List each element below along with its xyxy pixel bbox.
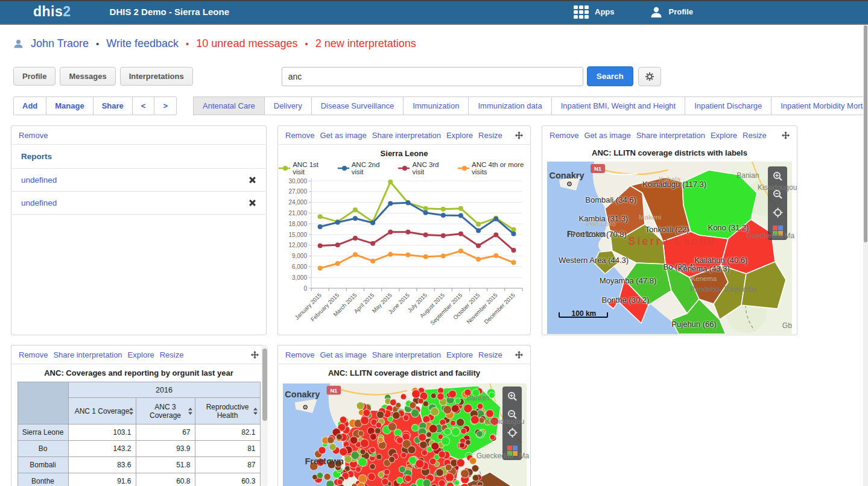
- messages-button[interactable]: Messages: [60, 67, 115, 86]
- svg-text:6,000: 6,000: [292, 264, 307, 270]
- locate-icon[interactable]: [505, 426, 519, 439]
- remove-report-icon[interactable]: [249, 199, 256, 207]
- separator: •: [186, 39, 189, 49]
- map-controls: [502, 387, 522, 460]
- table-row: Bombali 83.6 51.8 87: [17, 457, 260, 473]
- legend-item[interactable]: ANC 4th or more visits: [457, 161, 530, 175]
- widget-remove-link[interactable]: Remove: [285, 131, 314, 140]
- svg-text:18,000: 18,000: [288, 221, 307, 227]
- column-header[interactable]: ANC 1 Coverage: [68, 398, 136, 424]
- app-header: dhis2 DHIS 2 Demo - Sierra Leone Apps Pr…: [0, 0, 868, 25]
- widget-resize-link[interactable]: Resize: [478, 350, 502, 359]
- widget-resize-link[interactable]: Resize: [743, 131, 767, 140]
- move-widget-icon[interactable]: [515, 351, 523, 359]
- search-button[interactable]: Search: [587, 66, 633, 86]
- column-header[interactable]: Reproductive Health: [195, 398, 260, 424]
- svg-text:December 2015: December 2015: [483, 292, 516, 326]
- profile-menu[interactable]: Profile: [650, 5, 693, 19]
- widget-remove-link[interactable]: Remove: [550, 131, 578, 140]
- zoom-in-icon[interactable]: [771, 169, 784, 183]
- tab-inpatient-bmi[interactable]: Inpatient BMI, Weight and Height: [551, 96, 686, 115]
- manage-dashboard-button[interactable]: Manage: [46, 96, 93, 115]
- instance-title: DHIS 2 Demo - Sierra Leone: [110, 7, 229, 17]
- legend-item[interactable]: ANC 3rd visit: [398, 161, 446, 175]
- tab-immunization-data[interactable]: Immunization data: [468, 96, 551, 115]
- search-settings-button[interactable]: [638, 67, 661, 86]
- unread-messages-link[interactable]: 10 unread messages: [196, 37, 297, 50]
- sort-icon[interactable]: [253, 408, 258, 415]
- tab-antenatal-care[interactable]: Antenatal Care: [193, 96, 265, 115]
- add-dashboard-button[interactable]: Add: [13, 96, 46, 115]
- gear-icon: [645, 72, 654, 81]
- facility-map[interactable]: N1 ConakryBanianKissidougouGueckedouMaFr…: [283, 382, 527, 486]
- svg-text:0: 0: [303, 285, 307, 292]
- apps-menu[interactable]: Apps: [574, 5, 615, 19]
- svg-text:15,000: 15,000: [288, 232, 307, 238]
- widget-explore-link[interactable]: Explore: [128, 350, 154, 359]
- widget-share-link[interactable]: Share interpretation: [53, 350, 122, 359]
- widget-remove-link[interactable]: Remove: [19, 350, 48, 359]
- widget-remove-link[interactable]: Remove: [285, 350, 314, 359]
- widget-share-link[interactable]: Share interpretation: [636, 131, 705, 140]
- layers-icon[interactable]: [771, 224, 784, 237]
- profile-button[interactable]: Profile: [13, 67, 55, 86]
- dhis2-logo[interactable]: dhis2: [33, 4, 71, 20]
- share-dashboard-button[interactable]: Share: [93, 96, 133, 115]
- interpretations-button[interactable]: Interpretations: [120, 67, 193, 86]
- widget-share-link[interactable]: Share interpretation: [372, 131, 441, 140]
- report-link[interactable]: undefined: [21, 175, 57, 185]
- move-widget-icon[interactable]: [515, 131, 523, 139]
- write-feedback-link[interactable]: Write feedback: [106, 37, 179, 50]
- sort-icon[interactable]: [188, 408, 192, 415]
- layers-icon[interactable]: [505, 444, 519, 457]
- sort-icon[interactable]: [129, 408, 133, 415]
- widget-explore-link[interactable]: Explore: [711, 131, 737, 140]
- locate-icon[interactable]: [771, 206, 784, 219]
- widget-scrollbar[interactable]: [261, 345, 268, 486]
- table-year-header[interactable]: 2016: [68, 382, 260, 398]
- widget-resize-link[interactable]: Resize: [478, 131, 502, 140]
- zoom-out-icon[interactable]: [505, 408, 519, 421]
- legend-marker-icon: [278, 165, 290, 171]
- tab-inpatient-discharge[interactable]: Inpatient Discharge: [685, 96, 771, 115]
- district-map-canvas: N1: [547, 162, 792, 334]
- legend-marker-icon: [398, 165, 410, 171]
- widget-get-image-link[interactable]: Get as image: [320, 131, 366, 140]
- widget-get-image-link[interactable]: Get as image: [320, 350, 366, 359]
- table-corner-cell: [17, 382, 68, 424]
- scroll-tabs-left-button[interactable]: <: [132, 96, 155, 115]
- legend-item[interactable]: ANC 1st visit: [278, 161, 326, 175]
- legend-marker-icon: [457, 165, 469, 171]
- move-widget-icon[interactable]: [782, 131, 790, 139]
- tab-delivery[interactable]: Delivery: [264, 96, 312, 115]
- tab-immunization[interactable]: Immunization: [403, 96, 469, 115]
- new-interpretations-link[interactable]: 2 new interpretations: [315, 37, 416, 50]
- widget-resize-link[interactable]: Resize: [160, 350, 184, 359]
- map-title: ANC: LLITN coverage district and facilit…: [278, 364, 530, 379]
- legend-item[interactable]: ANC 2nd visit: [337, 161, 387, 175]
- tab-inpatient-morbidity[interactable]: Inpatient Morbidity Mortality: [771, 96, 868, 115]
- column-header[interactable]: ANC 3 Coverage: [136, 398, 195, 424]
- district-map[interactable]: N1 100 km Conakry: [547, 162, 792, 334]
- search-input[interactable]: [282, 67, 583, 86]
- page-scrollbar[interactable]: [863, 1, 868, 486]
- zoom-in-icon[interactable]: [505, 390, 519, 403]
- table-title: ANC: Coverages and reporting by orgunit …: [11, 364, 266, 379]
- chart-legend: ANC 1st visit ANC 2nd visit ANC 3rd visi…: [278, 160, 530, 176]
- widget-get-image-link[interactable]: Get as image: [584, 131, 630, 140]
- user-name-link[interactable]: John Traore: [31, 37, 89, 50]
- report-list-item: undefined: [11, 169, 266, 191]
- widget-explore-link[interactable]: Explore: [446, 131, 473, 140]
- widget-explore-link[interactable]: Explore: [446, 350, 473, 359]
- move-widget-icon[interactable]: [251, 351, 259, 359]
- scroll-tabs-right-button[interactable]: >: [154, 96, 177, 115]
- line-chart[interactable]: 03,0006,0009,00012,00015,00018,00021,000…: [282, 176, 526, 328]
- tab-disease-surveillance[interactable]: Disease Surveillance: [311, 96, 404, 115]
- report-link[interactable]: undefined: [21, 198, 57, 207]
- window-edge: [0, 0, 868, 1]
- zoom-out-icon[interactable]: [771, 188, 784, 201]
- widget-remove-link[interactable]: Remove: [19, 131, 48, 140]
- action-bar: Profile Messages Interpretations Search: [13, 66, 855, 86]
- widget-share-link[interactable]: Share interpretation: [372, 350, 441, 359]
- remove-report-icon[interactable]: [249, 176, 256, 184]
